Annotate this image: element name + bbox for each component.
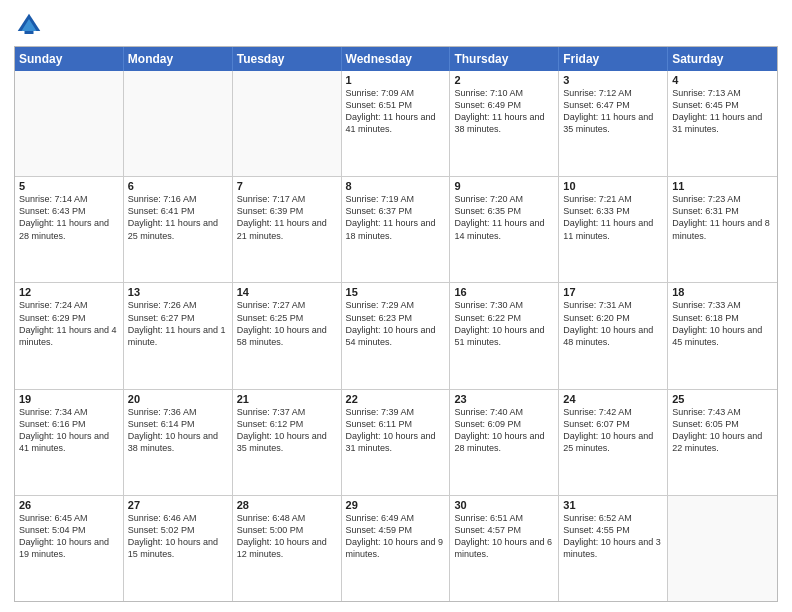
calendar-cell: 20Sunrise: 7:36 AM Sunset: 6:14 PM Dayli… <box>124 390 233 495</box>
day-info: Sunrise: 6:52 AM Sunset: 4:55 PM Dayligh… <box>563 512 663 561</box>
calendar-week-4: 19Sunrise: 7:34 AM Sunset: 6:16 PM Dayli… <box>15 390 777 496</box>
day-number: 18 <box>672 286 773 298</box>
logo <box>14 10 46 40</box>
calendar-cell: 19Sunrise: 7:34 AM Sunset: 6:16 PM Dayli… <box>15 390 124 495</box>
day-number: 13 <box>128 286 228 298</box>
calendar-cell: 26Sunrise: 6:45 AM Sunset: 5:04 PM Dayli… <box>15 496 124 601</box>
day-number: 9 <box>454 180 554 192</box>
day-info: Sunrise: 7:10 AM Sunset: 6:49 PM Dayligh… <box>454 87 554 136</box>
calendar-cell <box>124 71 233 176</box>
day-info: Sunrise: 7:13 AM Sunset: 6:45 PM Dayligh… <box>672 87 773 136</box>
calendar-cell: 16Sunrise: 7:30 AM Sunset: 6:22 PM Dayli… <box>450 283 559 388</box>
day-info: Sunrise: 7:37 AM Sunset: 6:12 PM Dayligh… <box>237 406 337 455</box>
day-number: 2 <box>454 74 554 86</box>
calendar-cell: 15Sunrise: 7:29 AM Sunset: 6:23 PM Dayli… <box>342 283 451 388</box>
day-info: Sunrise: 7:30 AM Sunset: 6:22 PM Dayligh… <box>454 299 554 348</box>
calendar-cell: 14Sunrise: 7:27 AM Sunset: 6:25 PM Dayli… <box>233 283 342 388</box>
calendar-cell: 24Sunrise: 7:42 AM Sunset: 6:07 PM Dayli… <box>559 390 668 495</box>
calendar-cell: 1Sunrise: 7:09 AM Sunset: 6:51 PM Daylig… <box>342 71 451 176</box>
svg-rect-2 <box>25 31 34 34</box>
day-number: 11 <box>672 180 773 192</box>
day-number: 27 <box>128 499 228 511</box>
day-number: 31 <box>563 499 663 511</box>
calendar-cell <box>15 71 124 176</box>
day-info: Sunrise: 6:51 AM Sunset: 4:57 PM Dayligh… <box>454 512 554 561</box>
day-number: 21 <box>237 393 337 405</box>
day-number: 24 <box>563 393 663 405</box>
day-info: Sunrise: 7:34 AM Sunset: 6:16 PM Dayligh… <box>19 406 119 455</box>
day-info: Sunrise: 6:48 AM Sunset: 5:00 PM Dayligh… <box>237 512 337 561</box>
header-day-friday: Friday <box>559 47 668 71</box>
day-info: Sunrise: 7:31 AM Sunset: 6:20 PM Dayligh… <box>563 299 663 348</box>
day-info: Sunrise: 7:19 AM Sunset: 6:37 PM Dayligh… <box>346 193 446 242</box>
header-day-sunday: Sunday <box>15 47 124 71</box>
header-day-thursday: Thursday <box>450 47 559 71</box>
calendar-cell: 6Sunrise: 7:16 AM Sunset: 6:41 PM Daylig… <box>124 177 233 282</box>
calendar-cell: 25Sunrise: 7:43 AM Sunset: 6:05 PM Dayli… <box>668 390 777 495</box>
calendar-week-1: 1Sunrise: 7:09 AM Sunset: 6:51 PM Daylig… <box>15 71 777 177</box>
calendar-week-3: 12Sunrise: 7:24 AM Sunset: 6:29 PM Dayli… <box>15 283 777 389</box>
calendar-week-5: 26Sunrise: 6:45 AM Sunset: 5:04 PM Dayli… <box>15 496 777 601</box>
day-info: Sunrise: 7:09 AM Sunset: 6:51 PM Dayligh… <box>346 87 446 136</box>
day-number: 20 <box>128 393 228 405</box>
calendar-cell: 23Sunrise: 7:40 AM Sunset: 6:09 PM Dayli… <box>450 390 559 495</box>
calendar-header: SundayMondayTuesdayWednesdayThursdayFrid… <box>15 47 777 71</box>
day-info: Sunrise: 7:23 AM Sunset: 6:31 PM Dayligh… <box>672 193 773 242</box>
header-day-saturday: Saturday <box>668 47 777 71</box>
day-info: Sunrise: 7:42 AM Sunset: 6:07 PM Dayligh… <box>563 406 663 455</box>
calendar-cell: 31Sunrise: 6:52 AM Sunset: 4:55 PM Dayli… <box>559 496 668 601</box>
calendar: SundayMondayTuesdayWednesdayThursdayFrid… <box>14 46 778 602</box>
day-number: 22 <box>346 393 446 405</box>
day-number: 12 <box>19 286 119 298</box>
day-info: Sunrise: 7:29 AM Sunset: 6:23 PM Dayligh… <box>346 299 446 348</box>
calendar-cell: 2Sunrise: 7:10 AM Sunset: 6:49 PM Daylig… <box>450 71 559 176</box>
day-number: 6 <box>128 180 228 192</box>
day-number: 26 <box>19 499 119 511</box>
day-number: 3 <box>563 74 663 86</box>
day-info: Sunrise: 7:14 AM Sunset: 6:43 PM Dayligh… <box>19 193 119 242</box>
day-number: 16 <box>454 286 554 298</box>
day-number: 25 <box>672 393 773 405</box>
day-number: 14 <box>237 286 337 298</box>
header-day-tuesday: Tuesday <box>233 47 342 71</box>
calendar-cell: 22Sunrise: 7:39 AM Sunset: 6:11 PM Dayli… <box>342 390 451 495</box>
day-number: 1 <box>346 74 446 86</box>
calendar-cell: 13Sunrise: 7:26 AM Sunset: 6:27 PM Dayli… <box>124 283 233 388</box>
header-day-monday: Monday <box>124 47 233 71</box>
day-info: Sunrise: 7:40 AM Sunset: 6:09 PM Dayligh… <box>454 406 554 455</box>
calendar-cell: 10Sunrise: 7:21 AM Sunset: 6:33 PM Dayli… <box>559 177 668 282</box>
day-number: 28 <box>237 499 337 511</box>
day-info: Sunrise: 7:43 AM Sunset: 6:05 PM Dayligh… <box>672 406 773 455</box>
day-info: Sunrise: 7:36 AM Sunset: 6:14 PM Dayligh… <box>128 406 228 455</box>
day-info: Sunrise: 6:49 AM Sunset: 4:59 PM Dayligh… <box>346 512 446 561</box>
header <box>14 10 778 40</box>
calendar-cell: 12Sunrise: 7:24 AM Sunset: 6:29 PM Dayli… <box>15 283 124 388</box>
calendar-cell: 18Sunrise: 7:33 AM Sunset: 6:18 PM Dayli… <box>668 283 777 388</box>
day-number: 5 <box>19 180 119 192</box>
header-day-wednesday: Wednesday <box>342 47 451 71</box>
calendar-cell: 3Sunrise: 7:12 AM Sunset: 6:47 PM Daylig… <box>559 71 668 176</box>
day-number: 8 <box>346 180 446 192</box>
day-info: Sunrise: 7:16 AM Sunset: 6:41 PM Dayligh… <box>128 193 228 242</box>
day-number: 4 <box>672 74 773 86</box>
day-number: 10 <box>563 180 663 192</box>
day-number: 7 <box>237 180 337 192</box>
calendar-cell: 30Sunrise: 6:51 AM Sunset: 4:57 PM Dayli… <box>450 496 559 601</box>
day-number: 17 <box>563 286 663 298</box>
calendar-cell: 11Sunrise: 7:23 AM Sunset: 6:31 PM Dayli… <box>668 177 777 282</box>
day-number: 30 <box>454 499 554 511</box>
day-info: Sunrise: 7:17 AM Sunset: 6:39 PM Dayligh… <box>237 193 337 242</box>
day-number: 15 <box>346 286 446 298</box>
calendar-cell: 7Sunrise: 7:17 AM Sunset: 6:39 PM Daylig… <box>233 177 342 282</box>
day-info: Sunrise: 7:39 AM Sunset: 6:11 PM Dayligh… <box>346 406 446 455</box>
day-info: Sunrise: 6:45 AM Sunset: 5:04 PM Dayligh… <box>19 512 119 561</box>
calendar-cell: 21Sunrise: 7:37 AM Sunset: 6:12 PM Dayli… <box>233 390 342 495</box>
calendar-cell <box>233 71 342 176</box>
day-info: Sunrise: 7:21 AM Sunset: 6:33 PM Dayligh… <box>563 193 663 242</box>
calendar-cell: 29Sunrise: 6:49 AM Sunset: 4:59 PM Dayli… <box>342 496 451 601</box>
day-info: Sunrise: 7:27 AM Sunset: 6:25 PM Dayligh… <box>237 299 337 348</box>
day-info: Sunrise: 7:26 AM Sunset: 6:27 PM Dayligh… <box>128 299 228 348</box>
day-number: 19 <box>19 393 119 405</box>
calendar-cell: 17Sunrise: 7:31 AM Sunset: 6:20 PM Dayli… <box>559 283 668 388</box>
page: SundayMondayTuesdayWednesdayThursdayFrid… <box>0 0 792 612</box>
